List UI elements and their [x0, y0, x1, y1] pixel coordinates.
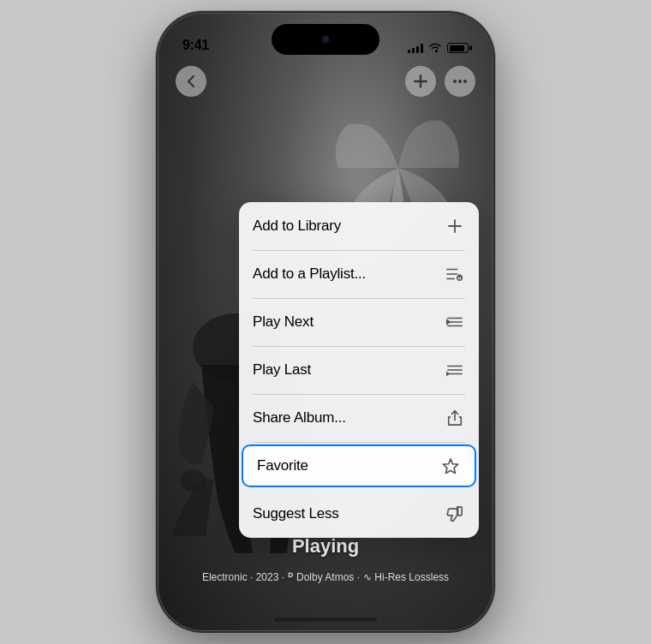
context-menu: Add to Library Add to a Playlist...	[239, 202, 479, 538]
metadata-bar: Electronic · 2023 · ᴰ Dolby Atmos · ∿ Hi…	[158, 571, 493, 583]
menu-item-play-next[interactable]: Play Next	[239, 298, 479, 346]
wifi-icon	[428, 43, 442, 53]
star-icon	[440, 456, 461, 476]
menu-item-add-playlist[interactable]: Add to a Playlist...	[239, 250, 479, 298]
home-indicator	[274, 617, 377, 622]
thumbs-down-icon	[445, 504, 465, 524]
navigation-bar	[158, 60, 493, 103]
menu-item-add-library[interactable]: Add to Library	[239, 202, 479, 250]
menu-item-suggest-less[interactable]: Suggest Less	[239, 490, 479, 538]
now-playing-section: Playing	[158, 535, 493, 558]
back-button[interactable]	[176, 66, 206, 97]
svg-marker-16	[446, 372, 451, 376]
menu-item-share-album[interactable]: Share Album...	[239, 394, 479, 442]
svg-marker-12	[446, 319, 451, 325]
now-playing-title: Playing	[292, 535, 359, 557]
more-dots-icon	[453, 75, 467, 88]
play-last-icon	[445, 360, 465, 380]
add-button[interactable]	[405, 66, 436, 97]
camera-dot	[321, 35, 330, 44]
svg-point-4	[463, 80, 467, 83]
status-time: 9:41	[182, 38, 209, 53]
menu-item-favorite[interactable]: Favorite	[242, 444, 476, 487]
svg-point-1	[180, 469, 206, 492]
more-button[interactable]	[445, 66, 475, 97]
dynamic-island	[272, 24, 379, 55]
status-icons	[408, 43, 469, 53]
back-chevron-icon	[184, 75, 198, 88]
svg-point-3	[458, 80, 462, 83]
screen: 9:41	[158, 14, 493, 630]
nav-right-buttons	[405, 66, 475, 97]
battery-icon	[447, 43, 469, 53]
plus-icon	[414, 75, 427, 88]
signal-bars-icon	[408, 43, 423, 53]
plus-icon	[445, 216, 465, 236]
playlist-add-icon	[445, 264, 465, 284]
phone-frame: 9:41	[158, 14, 493, 630]
metadata-text: Electronic · 2023 · ᴰ Dolby Atmos · ∿ Hi…	[158, 571, 493, 583]
play-next-icon	[445, 312, 465, 332]
menu-item-play-last[interactable]: Play Last	[239, 346, 479, 394]
share-icon	[445, 408, 465, 428]
svg-rect-17	[458, 507, 463, 516]
svg-point-2	[453, 80, 457, 83]
